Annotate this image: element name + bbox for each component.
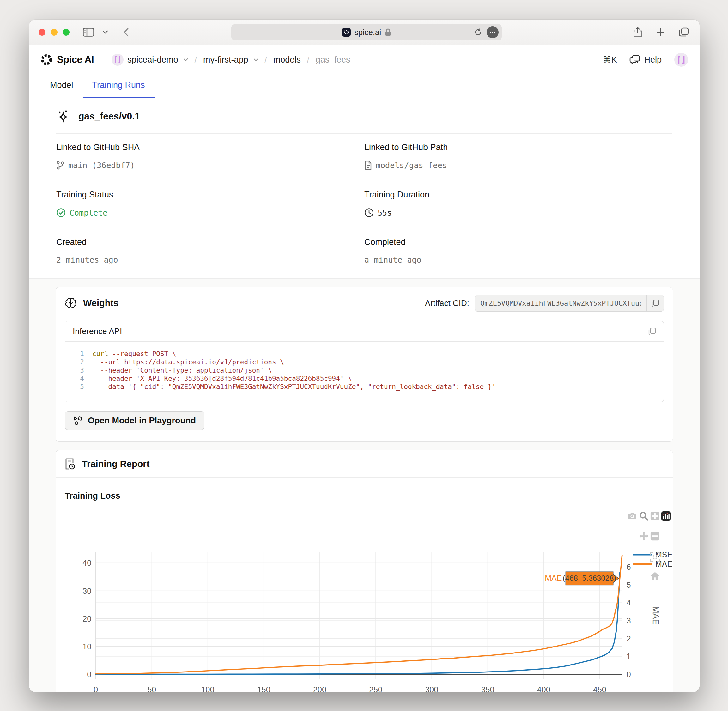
shapes-icon — [73, 416, 83, 426]
training-duration-value: 55s — [377, 208, 392, 217]
new-tab-icon[interactable] — [656, 28, 665, 37]
svg-text:0: 0 — [87, 670, 91, 679]
details-row-status: Training Status Complete Training Durati… — [56, 181, 672, 228]
close-window-button[interactable] — [38, 29, 46, 36]
address-bar[interactable]: spice.ai — [231, 24, 502, 40]
file-icon — [364, 161, 372, 170]
training-loss-chart[interactable]: 0501001502002503003504004500102030400123… — [56, 503, 673, 692]
completed-value: a minute ago — [364, 255, 421, 264]
org-avatar — [112, 54, 124, 66]
breadcrumb-separator: / — [195, 55, 197, 65]
weights-card: Weights Artifact CID: Inference API — [56, 287, 673, 442]
svg-text:30: 30 — [83, 587, 91, 595]
browser-window: spice.ai Spice AI spiceai-demo — [29, 19, 700, 692]
command-k-shortcut[interactable]: ⌘K — [603, 55, 617, 65]
field-created: Created 2 minutes ago — [56, 237, 364, 264]
tab-training-runs[interactable]: Training Runs — [83, 75, 155, 97]
breadcrumb-app[interactable]: my-first-app — [203, 55, 258, 65]
pan-icon — [639, 531, 649, 541]
chevron-down-icon[interactable] — [102, 30, 108, 34]
svg-text:300: 300 — [425, 685, 438, 692]
breadcrumb-models[interactable]: models — [273, 55, 301, 65]
back-icon[interactable] — [123, 28, 129, 37]
user-avatar[interactable] — [674, 53, 688, 67]
svg-text:0: 0 — [94, 685, 98, 692]
check-circle-icon — [56, 208, 66, 217]
training-report-title: Training Report — [82, 459, 149, 469]
home-icon — [651, 572, 659, 580]
lock-icon — [385, 28, 391, 36]
svg-text:450: 450 — [593, 685, 606, 692]
copy-cid-button[interactable] — [647, 295, 663, 311]
run-title: gas_fees/v0.1 — [78, 111, 140, 122]
field-training-status: Training Status Complete — [56, 190, 364, 217]
svg-text:6: 6 — [626, 562, 631, 571]
camera-icon — [628, 513, 637, 519]
git-branch-icon — [56, 161, 65, 170]
chat-bubbles-icon — [629, 55, 640, 65]
help-button[interactable]: Help — [629, 55, 662, 65]
field-github-path: Linked to GitHub Path models/gas_fees — [364, 143, 672, 170]
zoom-window-button[interactable] — [63, 29, 69, 36]
cards-region: Weights Artifact CID: Inference API — [29, 279, 700, 692]
svg-text:20: 20 — [83, 614, 91, 623]
github-sha-value: main (36edbf7) — [68, 161, 135, 170]
svg-text:350: 350 — [481, 685, 495, 692]
training-status-value: Complete — [69, 208, 108, 217]
tab-overview-icon[interactable] — [679, 28, 689, 37]
traffic-lights[interactable] — [38, 29, 69, 36]
svg-text:10: 10 — [83, 642, 91, 651]
weights-title: Weights — [83, 298, 118, 308]
brand-name: Spice AI — [57, 54, 94, 65]
details-row-github: Linked to GitHub SHA main (36edbf7) Link… — [56, 133, 672, 181]
svg-text:(468, 5.363028): (468, 5.363028) — [563, 574, 616, 583]
training-report-card: Training Report Training Loss 0501001502… — [56, 450, 673, 692]
share-icon[interactable] — [633, 27, 642, 38]
svg-text:MAE: MAE — [545, 574, 562, 583]
svg-text:50: 50 — [147, 685, 156, 692]
curl-code-block[interactable]: 1curl --request POST \2 --url https://da… — [65, 342, 663, 402]
breadcrumb-org[interactable]: spiceai-demo — [112, 54, 188, 66]
artifact-cid-input[interactable] — [475, 295, 647, 311]
svg-text:1: 1 — [626, 652, 631, 661]
svg-text:40: 40 — [83, 558, 91, 567]
sidebar-toggle-icon[interactable] — [83, 28, 94, 37]
report-icon — [65, 458, 75, 470]
site-favicon — [342, 28, 351, 37]
page-tabs: Model Training Runs — [29, 75, 700, 98]
run-details: gas_fees/v0.1 Linked to GitHub SHA main … — [29, 98, 700, 279]
svg-text:MAE: MAE — [651, 606, 660, 625]
svg-text:400: 400 — [537, 685, 550, 692]
field-github-sha: Linked to GitHub SHA main (36edbf7) — [56, 143, 364, 170]
plotly-chart-svg[interactable]: 0501001502002503003504004500102030400123… — [56, 503, 673, 692]
svg-text:100: 100 — [201, 685, 215, 692]
svg-text:MAE: MAE — [655, 560, 672, 568]
svg-text:3: 3 — [626, 616, 631, 625]
chevron-down-icon — [253, 58, 258, 62]
svg-text:0: 0 — [626, 670, 631, 679]
field-completed: Completed a minute ago — [364, 237, 672, 264]
brain-icon — [65, 298, 77, 309]
created-value: 2 minutes ago — [56, 255, 118, 264]
reload-icon[interactable] — [474, 28, 482, 36]
chevron-down-icon — [183, 58, 188, 62]
tab-model[interactable]: Model — [40, 75, 83, 97]
app-header: Spice AI spiceai-demo / my-first-app / m… — [29, 45, 700, 75]
svg-text:MSE: MSE — [655, 550, 672, 559]
spice-ai-logo[interactable]: Spice AI — [40, 54, 94, 66]
copy-code-icon[interactable] — [648, 327, 656, 336]
sparkles-icon — [56, 109, 70, 124]
svg-text:200: 200 — [313, 685, 326, 692]
breadcrumb-current: gas_fees — [316, 55, 351, 65]
artifact-cid-label: Artifact CID: — [425, 298, 469, 308]
copy-icon — [651, 299, 659, 307]
extension-icon[interactable] — [486, 26, 499, 38]
breadcrumb: spiceai-demo / my-first-app / models / g… — [112, 54, 350, 66]
training-loss-label: Training Loss — [56, 478, 673, 501]
plotly-logo-icon — [661, 511, 671, 521]
field-training-duration: Training Duration 55s — [364, 190, 672, 217]
url-text: spice.ai — [355, 28, 382, 37]
svg-text:150: 150 — [257, 685, 270, 692]
open-playground-button[interactable]: Open Model in Playground — [65, 412, 205, 430]
minimize-window-button[interactable] — [50, 29, 57, 36]
